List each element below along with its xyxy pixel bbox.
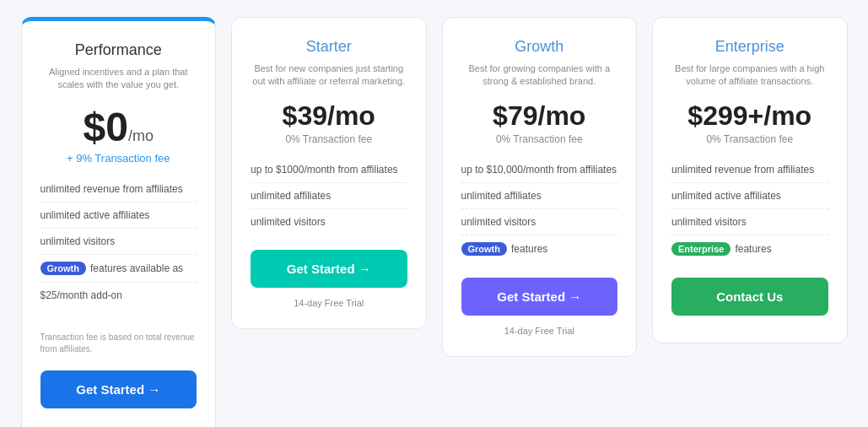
feature-item: unlimited revenue from affiliates: [40, 176, 197, 203]
growth-badge-text: features: [511, 243, 547, 255]
feature-item: unlimited revenue from affiliates: [671, 157, 828, 183]
features-list-enterprise: unlimited revenue from affiliates unlimi…: [671, 157, 828, 262]
feature-item: unlimited affiliates: [251, 183, 407, 209]
features-list-growth: up to $10,000/month from affiliates unli…: [461, 157, 618, 262]
performance-cta-button[interactable]: Get Started →: [40, 370, 197, 408]
transaction-fee-growth: 0% Transaction fee: [461, 133, 618, 145]
growth-feature-text: features available as: [90, 262, 183, 274]
feature-item: unlimited visitors: [461, 209, 618, 235]
pricing-container: Performance Aligned incentives and a pla…: [21, 17, 848, 427]
plan-name-performance: Performance: [40, 41, 197, 59]
plan-tagline-performance: Aligned incentives and a plan that scale…: [40, 66, 197, 92]
growth-addon-price: $25/month add-on: [40, 283, 197, 308]
enterprise-plan-badge: Enterprise: [671, 242, 731, 256]
plan-card-starter: Starter Best for new companies just star…: [231, 17, 427, 329]
growth-plan-badge: Growth: [461, 242, 508, 256]
transaction-fee-performance: + 9% Transaction fee: [40, 152, 197, 165]
feature-item: unlimited visitors: [251, 209, 407, 235]
transaction-fee-starter: 0% Transaction fee: [251, 133, 407, 145]
plan-name-starter: Starter: [251, 38, 407, 56]
feature-item: unlimited visitors: [671, 209, 828, 235]
plan-name-growth: Growth: [461, 38, 618, 56]
growth-badge: Growth: [40, 262, 87, 275]
plan-price-growth: $79/mo: [461, 100, 618, 132]
growth-cta-button[interactable]: Get Started →: [461, 278, 618, 316]
feature-item: unlimited affiliates: [461, 183, 618, 209]
transaction-fee-enterprise: 0% Transaction fee: [671, 133, 828, 145]
plan-tagline-enterprise: Best for large companies with a high vol…: [671, 62, 828, 89]
trial-text-growth: 14-day Free Trial: [461, 326, 618, 336]
feature-item: unlimited active affiliates: [671, 183, 828, 209]
plan-price-performance: $0/mo: [40, 104, 197, 150]
features-list-performance: unlimited revenue from affiliates unlimi…: [40, 176, 197, 308]
trial-text-starter: 14-day Free Trial: [251, 298, 407, 308]
plan-tagline-growth: Best for growing companies with a strong…: [461, 62, 618, 89]
plan-name-enterprise: Enterprise: [671, 38, 828, 56]
feature-item: up to $10,000/month from affiliates: [461, 157, 618, 183]
feature-item: up to $1000/month from affiliates: [251, 157, 407, 183]
plan-price-enterprise: $299+/mo: [671, 100, 828, 132]
plan-card-enterprise: Enterprise Best for large companies with…: [652, 17, 848, 343]
growth-feature-row: Growth features available as: [40, 255, 197, 283]
features-list-starter: up to $1000/month from affiliates unlimi…: [251, 157, 407, 235]
performance-note: Transaction fee is based on total revenu…: [40, 332, 197, 355]
feature-item: unlimited active affiliates: [40, 203, 197, 229]
starter-cta-button[interactable]: Get Started →: [251, 250, 407, 288]
plan-price-starter: $39/mo: [251, 100, 407, 132]
plan-card-performance: Performance Aligned incentives and a pla…: [21, 17, 217, 427]
enterprise-cta-button[interactable]: Contact Us: [671, 278, 828, 316]
enterprise-badge-text: features: [735, 243, 771, 255]
plan-tagline-starter: Best for new companies just starting out…: [251, 62, 407, 89]
plan-card-growth: Growth Best for growing companies with a…: [442, 17, 638, 357]
enterprise-badge-row: Enterprise features: [671, 235, 828, 262]
growth-badge-row: Growth features: [461, 235, 618, 262]
feature-item: unlimited visitors: [40, 229, 197, 255]
